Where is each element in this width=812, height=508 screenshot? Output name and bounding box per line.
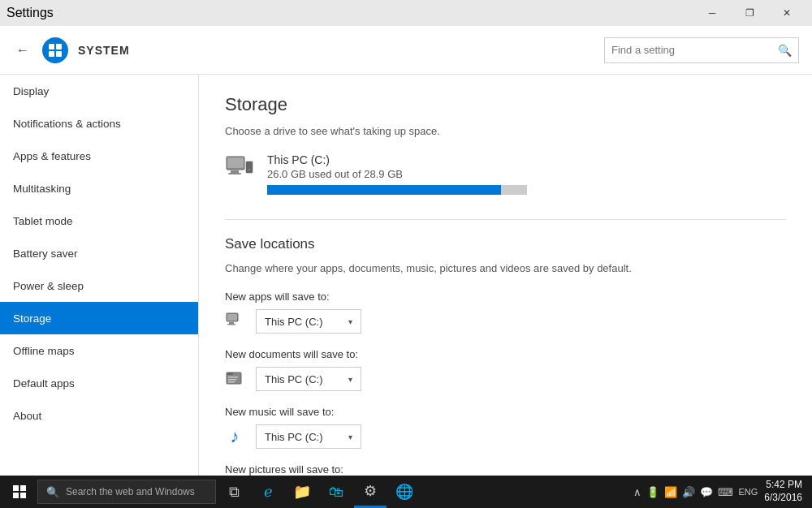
search-box[interactable]: 🔍 [604,37,799,63]
sidebar-item-offline[interactable]: Offline maps [0,334,198,367]
search-icon[interactable]: 🔍 [771,44,798,57]
system-icon [42,37,68,63]
svg-rect-0 [49,44,54,50]
taskbar-task-view[interactable]: ⧉ [218,476,250,508]
storage-progress-fill [267,185,501,195]
svg-rect-5 [227,157,244,168]
page-subtitle: Choose a drive to see what's taking up s… [225,125,786,137]
save-docs-label: New documents will save to: [225,348,786,360]
keyboard-icon[interactable]: ⌨ [718,486,733,498]
save-docs-section: New documents will save to: This PC (C:)… [225,348,786,391]
docs-save-dropdown[interactable]: This PC (C:) ▾ [256,367,361,391]
taskbar-sys-icons: ∧ 🔋 📶 🔊 💬 ⌨ ENG [633,486,758,498]
save-apps-label: New apps will save to: [225,291,786,303]
save-docs-item: This PC (C:) ▾ [225,367,786,391]
minimize-button[interactable]: ─ [693,0,731,26]
sidebar-item-tablet[interactable]: Tablet mode [0,204,198,237]
sidebar-item-apps[interactable]: Apps & features [0,140,198,172]
svg-rect-17 [228,379,236,381]
taskbar-search-text: Search the web and Windows [66,486,195,497]
svg-rect-26 [20,485,26,491]
storage-progress-bar [267,185,527,195]
docs-dropdown-arrow: ▾ [348,375,352,384]
save-locations-desc: Change where your apps, documents, music… [225,262,786,274]
svg-rect-13 [227,324,235,325]
title-bar: Settings ─ ❐ ✕ [0,0,812,26]
svg-rect-3 [56,51,62,57]
drive-container: This PC (C:) 26.0 GB used out of 28.9 GB [225,153,786,195]
save-apps-section: New apps will save to: This PC (C:) ▾ [225,291,786,334]
taskbar-store[interactable]: 🛍 [320,476,352,508]
svg-rect-6 [231,170,239,173]
svg-point-9 [248,169,250,170]
svg-rect-8 [246,161,253,173]
apps-save-value: This PC (C:) [265,316,323,328]
start-button[interactable] [3,476,36,508]
taskbar: 🔍 Search the web and Windows ⧉ ℯ 📁 🛍 ⚙ 🌐… [0,476,812,508]
taskbar-edge[interactable]: ℯ [252,476,284,508]
save-music-item: ♪ This PC (C:) ▾ [225,424,786,449]
chevron-icon[interactable]: ∧ [633,486,641,498]
lang-icon[interactable]: ENG [738,487,758,497]
title-bar-title: Settings [6,6,54,20]
music-save-dropdown[interactable]: This PC (C:) ▾ [256,424,361,449]
save-music-label: New music will save to: [225,406,786,418]
taskbar-search[interactable]: 🔍 Search the web and Windows [37,480,216,504]
volume-icon[interactable]: 🔊 [682,486,695,498]
save-pictures-section: New pictures will save to: This PC (C:) … [225,463,786,476]
main-content: Display Notifications & actions Apps & f… [0,75,812,476]
close-button[interactable]: ✕ [768,0,806,26]
header-system-label: SYSTEM [78,44,130,57]
taskbar-settings[interactable]: ⚙ [354,476,387,508]
sidebar-item-battery[interactable]: Battery saver [0,237,198,269]
apps-dropdown-arrow: ▾ [348,317,352,326]
sidebar-item-display[interactable]: Display [0,75,198,107]
back-button[interactable]: ← [13,40,32,61]
music-save-value: This PC (C:) [265,431,323,443]
header-left: ← SYSTEM [13,37,130,63]
svg-rect-18 [228,381,235,383]
svg-rect-28 [20,493,26,498]
svg-rect-1 [56,44,62,50]
svg-rect-11 [227,314,237,321]
taskbar-explorer[interactable]: 📁 [286,476,318,508]
sidebar-item-storage[interactable]: Storage [0,302,198,334]
svg-rect-25 [13,485,19,491]
drive-name: This PC (C:) [267,153,786,166]
section-divider [225,219,786,220]
search-input[interactable] [605,44,771,56]
save-apps-item: This PC (C:) ▾ [225,309,786,334]
page-title: Storage [225,94,786,115]
docs-save-icon [225,369,244,390]
taskbar-time: 5:42 PM [764,479,802,492]
message-icon[interactable]: 💬 [700,486,713,498]
wifi-icon: 📶 [664,486,677,498]
title-bar-controls: ─ ❐ ✕ [693,0,806,26]
music-dropdown-arrow: ▾ [348,433,352,441]
taskbar-time-date[interactable]: 5:42 PM 6/3/2016 [764,479,802,504]
drive-info: This PC (C:) 26.0 GB used out of 28.9 GB [267,153,786,195]
taskbar-app2[interactable]: 🌐 [388,476,421,508]
sidebar-item-about[interactable]: About [0,399,198,432]
save-locations-heading: Save locations [225,236,786,252]
music-save-icon: ♪ [225,426,244,447]
apps-save-dropdown[interactable]: This PC (C:) ▾ [256,309,361,334]
svg-rect-2 [49,51,54,57]
svg-rect-12 [229,322,234,324]
svg-rect-15 [227,372,233,375]
sidebar-item-multitasking[interactable]: Multitasking [0,172,198,204]
taskbar-date: 6/3/2016 [764,492,802,505]
svg-rect-16 [228,377,238,378]
battery-icon: 🔋 [646,486,659,498]
save-pictures-label: New pictures will save to: [225,463,786,476]
restore-button[interactable]: ❐ [731,0,768,26]
svg-rect-7 [228,173,241,174]
save-music-section: New music will save to: ♪ This PC (C:) ▾ [225,406,786,449]
sidebar-item-default[interactable]: Default apps [0,367,198,399]
sidebar-item-power[interactable]: Power & sleep [0,269,198,302]
svg-rect-27 [13,493,19,498]
content-area: Storage Choose a drive to see what's tak… [199,75,812,476]
taskbar-right: ∧ 🔋 📶 🔊 💬 ⌨ ENG 5:42 PM 6/3/2016 [633,479,809,504]
sidebar-item-notifications[interactable]: Notifications & actions [0,107,198,140]
title-bar-left: Settings [6,6,54,20]
